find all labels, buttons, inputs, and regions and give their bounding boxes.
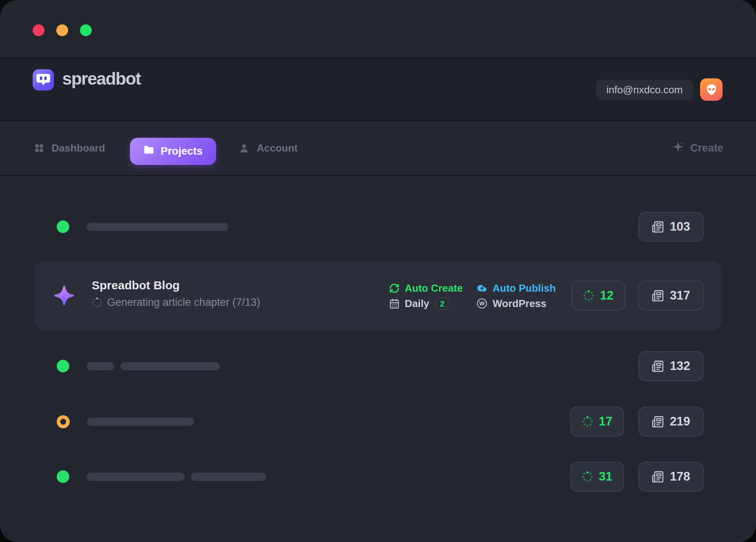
count-value: 317 [670, 289, 690, 303]
project-name-placeholder [87, 418, 194, 426]
project-title: Spreadbot Blog [92, 278, 180, 292]
generating-count-badge[interactable]: 31 [570, 462, 624, 492]
placeholder-bar [120, 362, 220, 370]
tab-projects-label: Projects [161, 145, 203, 157]
count-value: 103 [670, 220, 690, 234]
auto-create-column: Auto Create Daily2 [389, 281, 463, 310]
project-row[interactable]: 31178 [57, 462, 704, 492]
spreadbot-logo-icon [33, 69, 54, 91]
calendar-icon [389, 298, 400, 309]
brand-title: spreadbot [62, 69, 141, 89]
account-email-label: info@nxdco.com [606, 84, 683, 96]
tab-account[interactable]: Account [239, 121, 298, 175]
articles-count-badge[interactable]: 132 [638, 351, 704, 381]
project-card[interactable]: Spreadbot Blog Generating article chapte… [35, 261, 722, 330]
svg-text:W: W [479, 300, 485, 307]
publish-target-feature: WWordPress [476, 297, 556, 310]
refresh-icon [389, 283, 400, 294]
folder-icon [143, 144, 154, 158]
project-row[interactable]: 103 [57, 212, 704, 242]
person-icon [239, 143, 250, 154]
row-badges: 103 [638, 212, 704, 242]
row-badges: 31178 [570, 462, 704, 492]
grid-icon [34, 143, 44, 154]
count-value: 219 [670, 414, 690, 429]
count-value: 132 [670, 359, 690, 373]
sparkles-icon [672, 141, 684, 155]
project-row[interactable]: 17219 [57, 407, 704, 437]
project-status-text: Generating article chapter (7/13) [92, 296, 260, 309]
placeholder-bar [87, 223, 228, 231]
navbar: Dashboard Projects Account Create [0, 121, 756, 175]
create-button[interactable]: Create [672, 121, 723, 175]
tab-account-label: Account [257, 142, 298, 154]
robot-face-icon [36, 73, 50, 87]
cloud-upload-icon [476, 283, 487, 294]
newspaper-icon [652, 471, 664, 483]
wordpress-icon: W [476, 298, 487, 309]
app-header: spreadbot info@nxdco.com [0, 59, 756, 120]
status-dot-green [57, 220, 69, 233]
zoom-window-button[interactable] [80, 24, 92, 36]
articles-count-badge[interactable]: 103 [638, 212, 704, 242]
status-dot-green [57, 360, 69, 372]
user-avatar[interactable] [700, 78, 723, 101]
spinner-icon [582, 416, 593, 427]
card-generating-slot: 12 [571, 281, 625, 311]
app-window: spreadbot info@nxdco.com Dashboard [0, 0, 756, 542]
project-name-placeholder [87, 223, 228, 231]
sparkle-star-icon [54, 286, 74, 305]
auto-create-feature: Auto Create [389, 281, 463, 295]
tab-dashboard[interactable]: Dashboard [34, 121, 105, 175]
alien-icon [705, 83, 718, 96]
project-row[interactable]: 132 [57, 351, 704, 381]
placeholder-bar [191, 473, 266, 481]
schedule-feature: Daily2 [389, 297, 463, 310]
screen: spreadbot info@nxdco.com Dashboard [0, 0, 756, 542]
count-value: 178 [670, 470, 690, 484]
spinner-icon [583, 290, 594, 301]
create-button-label: Create [690, 142, 723, 154]
loading-spinner-icon [92, 297, 102, 308]
tab-dashboard-label: Dashboard [52, 142, 105, 154]
generating-count-badge[interactable]: 12 [571, 281, 625, 311]
newspaper-icon [652, 416, 664, 428]
close-window-button[interactable] [33, 24, 44, 36]
placeholder-bar [87, 473, 185, 481]
project-name-placeholder [87, 473, 266, 481]
tab-projects[interactable]: Projects [130, 138, 216, 165]
auto-publish-column: Auto Publish WWordPress [476, 281, 556, 310]
count-value: 12 [600, 289, 613, 303]
projects-list: 103 Spreadbot Blog Generating article ch… [0, 176, 756, 542]
minimize-window-button[interactable] [56, 24, 68, 36]
articles-count-badge[interactable]: 317 [638, 281, 704, 311]
project-icon [54, 286, 74, 307]
placeholder-bar [87, 418, 194, 426]
articles-count-badge[interactable]: 219 [638, 407, 704, 437]
auto-publish-feature: Auto Publish [476, 281, 556, 295]
project-name-placeholder [87, 362, 220, 370]
spinner-icon [582, 471, 593, 482]
row-badges: 17219 [570, 407, 704, 437]
count-value: 31 [599, 470, 612, 484]
status-ring-orange [57, 415, 70, 428]
newspaper-icon [652, 360, 664, 372]
card-articles-slot: 317 [638, 281, 704, 311]
generating-count-badge[interactable]: 17 [570, 407, 624, 437]
titlebar [0, 0, 756, 58]
status-dot-green [57, 470, 69, 483]
placeholder-bar [87, 362, 114, 370]
account-email-pill[interactable]: info@nxdco.com [596, 80, 693, 100]
schedule-count-badge: 2 [436, 297, 448, 310]
articles-count-badge[interactable]: 178 [638, 462, 704, 492]
newspaper-icon [652, 221, 664, 233]
row-badges: 132 [638, 351, 704, 381]
newspaper-icon [652, 290, 664, 302]
count-value: 17 [599, 414, 612, 429]
